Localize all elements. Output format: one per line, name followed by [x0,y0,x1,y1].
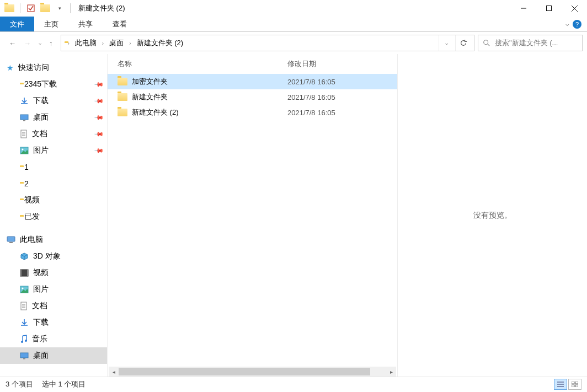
file-date: 2021/7/8 16:05 [287,109,397,117]
sidebar-item[interactable]: 视频 [0,192,107,208]
tab-file[interactable]: 文件 [0,17,34,31]
statusbar: 3 个项目 选中 1 个项目 [0,377,587,391]
svg-rect-18 [20,270,28,276]
scroll-left-icon[interactable]: ◂ [109,367,119,377]
svg-rect-16 [7,237,15,241]
svg-point-29 [25,340,27,342]
ribbon-collapse-icon[interactable]: ⌵ [565,20,569,28]
sidebar-item[interactable]: 下载📌 [0,93,107,109]
addressbar[interactable]: › 此电脑 › 桌面 › 新建文件夹 (2) ⌵ [61,35,475,51]
sidebar-item-label: 3D 对象 [33,251,61,261]
svg-rect-20 [27,270,28,276]
qat-folder-icon[interactable] [39,2,51,14]
recent-dropdown-icon[interactable]: ⌵ [39,40,41,46]
navbar: ← → ⌵ ↑ › 此电脑 › 桌面 › 新建文件夹 (2) ⌵ 搜索"新建文件… [0,32,587,54]
window-title: 新建文件夹 (2) [78,3,125,13]
svg-point-22 [22,288,24,289]
svg-rect-2 [547,6,552,11]
horizontal-scrollbar[interactable]: ◂ ▸ [109,367,396,377]
tab-home[interactable]: 主页 [34,17,68,31]
view-large-button[interactable] [568,379,581,390]
column-name[interactable]: 名称 [108,59,287,69]
doc-icon [20,130,28,138]
search-icon [483,39,490,47]
music-icon [20,335,28,343]
qat-properties-icon[interactable] [25,2,37,14]
sidebar-item[interactable]: 文档📌 [0,126,107,142]
back-button[interactable]: ← [9,39,16,47]
svg-rect-0 [28,5,34,12]
qat-separator [20,3,20,13]
minimize-button[interactable] [511,0,536,17]
download-icon [20,97,29,105]
scroll-thumb[interactable] [119,368,370,375]
desktop-icon [20,352,29,359]
crumb-desktop[interactable]: 桌面 [107,37,126,49]
status-selected-count: 选中 1 个项目 [42,379,86,389]
help-icon[interactable]: ? [573,20,581,29]
titlebar: ▾ 新建文件夹 (2) [0,0,587,17]
sidebar-item-label: 图片 [33,284,49,294]
view-details-button[interactable] [554,379,567,390]
qat-dropdown-icon[interactable]: ▾ [54,2,66,14]
crumb-sep-icon[interactable]: › [129,40,131,46]
sidebar-item-label: 文档 [32,301,47,311]
search-input[interactable]: 搜索"新建文件夹 (... [478,35,583,51]
sidebar-item[interactable]: 3D 对象 [0,248,107,265]
window-controls [511,0,587,17]
preview-empty-text: 没有预览。 [473,211,512,221]
maximize-button[interactable] [536,0,562,17]
sidebar-item[interactable]: 视频 [0,265,107,281]
tab-share[interactable]: 共享 [68,17,103,31]
sidebar: ★ 快速访问 2345下载📌下载📌桌面📌文档📌图片📌12视频已发 此电脑 3D … [0,54,108,377]
crumb-pc[interactable]: 此电脑 [73,37,99,49]
sidebar-item[interactable]: 图片 [0,281,107,298]
up-button[interactable]: ↑ [49,39,53,47]
address-dropdown-icon[interactable]: ⌵ [439,35,454,51]
sidebar-item[interactable]: 2345下载📌 [0,76,107,93]
table-row[interactable]: 新建文件夹2021/7/8 16:05 [108,89,397,105]
sidebar-item-label: 视频 [33,268,49,278]
sidebar-item-label: 2 [24,179,29,188]
table-row[interactable]: 加密文件夹2021/7/8 16:05 [108,74,397,89]
sidebar-item[interactable]: 音乐 [0,331,107,347]
search-placeholder: 搜索"新建文件夹 (... [495,38,558,48]
file-date: 2021/7/8 16:05 [287,78,397,86]
folder-icon [118,78,127,85]
file-name: 新建文件夹 [132,92,168,102]
sidebar-item[interactable]: 桌面 [0,347,107,364]
crumb-current[interactable]: 新建文件夹 (2) [135,37,186,49]
sidebar-item[interactable]: 已发 [0,208,107,225]
svg-rect-37 [575,382,578,384]
body: ★ 快速访问 2345下载📌下载📌桌面📌文档📌图片📌12视频已发 此电脑 3D … [0,54,587,377]
sidebar-item[interactable]: 文档 [0,298,107,314]
pin-icon: 📌 [93,112,104,122]
forward-button[interactable]: → [24,39,31,47]
sidebar-item[interactable]: 图片📌 [0,142,107,159]
svg-point-5 [484,40,488,45]
tab-view[interactable]: 查看 [103,17,137,31]
refresh-button[interactable] [455,35,471,51]
pin-icon: 📌 [93,95,104,106]
star-icon: ★ [7,63,14,72]
sidebar-item[interactable]: 下载 [0,314,107,331]
crumb-sep-icon[interactable]: › [102,40,104,46]
pin-icon: 📌 [93,145,104,155]
sidebar-item-label: 图片 [33,146,49,155]
sidebar-item[interactable]: 桌面📌 [0,109,107,126]
table-row[interactable]: 新建文件夹 (2)2021/7/8 16:05 [108,105,397,120]
close-button[interactable] [562,0,587,17]
sidebar-item[interactable]: 2 [0,175,107,192]
column-date[interactable]: 修改日期 [287,59,397,69]
sidebar-quick-access[interactable]: ★ 快速访问 [0,60,107,76]
status-item-count: 3 个项目 [6,379,33,389]
sidebar-quick-label: 快速访问 [18,63,49,73]
download-icon [20,319,29,326]
scroll-right-icon[interactable]: ▸ [386,367,396,377]
sidebar-this-pc[interactable]: 此电脑 [0,232,107,248]
ribbon-tabs: 文件 主页 共享 查看 ⌵ ? [0,17,587,32]
titlebar-left: ▾ 新建文件夹 (2) [0,2,125,14]
svg-rect-36 [572,382,574,384]
sidebar-item-label: 音乐 [32,334,47,344]
sidebar-item[interactable]: 1 [0,159,107,175]
